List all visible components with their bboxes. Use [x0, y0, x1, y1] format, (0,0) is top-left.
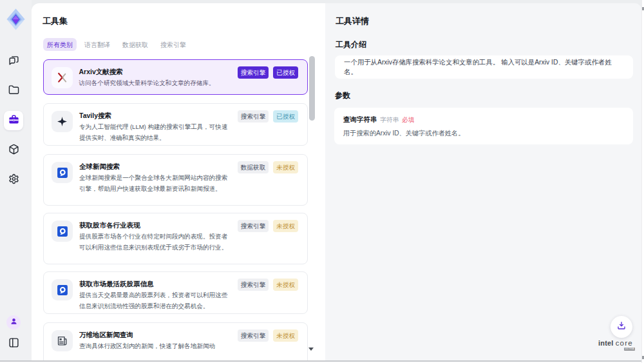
- chat-icon: [8, 55, 19, 68]
- tool-badges: 搜索引擎 已授权: [238, 66, 298, 79]
- sidebar-item-settings[interactable]: [4, 170, 23, 190]
- tab-search-engine[interactable]: 搜索引擎: [160, 41, 186, 48]
- blue-news-logo-icon: [52, 162, 73, 183]
- auth-status-badge: 未授权: [273, 329, 298, 342]
- tool-badges: 搜索引擎 未授权: [238, 329, 298, 342]
- download-icon: [616, 320, 627, 333]
- parameter-type: 字符串: [381, 116, 399, 124]
- window-bottom-edge: [0, 360, 644, 362]
- tool-badges: 搜索引擎 已授权: [238, 110, 298, 123]
- tool-badges: 搜索引擎 未授权: [238, 220, 298, 232]
- blue-news-logo-icon: [52, 221, 73, 242]
- tool-name: Tavily搜索: [79, 111, 234, 120]
- list-scrollbar[interactable]: [309, 56, 315, 360]
- tool-list-panel: 工具集 所有类别 语言翻译 数据获取 搜索引擎 Arxiv文献搜索: [32, 3, 325, 360]
- tool-description: 提供股票市场各个行业在特定时间段内的表现。投资者可以利用这些信息来识别表现优于或…: [79, 231, 234, 253]
- tab-all-categories[interactable]: 所有类别: [43, 38, 77, 51]
- arxiv-logo-icon: [52, 67, 73, 88]
- category-badge: 搜索引擎: [238, 66, 269, 79]
- tool-name: Arxiv文献搜索: [79, 67, 234, 76]
- sidebar-item-chat[interactable]: [4, 52, 23, 71]
- ultra-badge: ULTRA: [624, 348, 635, 351]
- category-badge: 搜索引擎: [238, 220, 269, 232]
- scrollbar-thumb[interactable]: [309, 56, 315, 121]
- folder-icon: [8, 84, 19, 98]
- intel-wordmark: intel: [598, 339, 614, 347]
- category-badge: 搜索引擎: [238, 279, 269, 291]
- sidebar-item-toolbox[interactable]: [4, 111, 23, 130]
- tool-card-arxiv[interactable]: Arxiv文献搜索 访问各个研究领域大量科学论文和文章的存储库。 搜索引擎 已授…: [43, 59, 308, 95]
- detail-title: 工具详情: [336, 16, 369, 26]
- tool-card-tavily[interactable]: Tavily搜索 专为人工智能代理 (LLM) 构建的搜索引擎工具，可快速提供实…: [43, 103, 308, 146]
- page-scrollbar-top-arrow-icon[interactable]: [642, 7, 644, 10]
- download-button[interactable]: [611, 316, 632, 338]
- tool-description: 查询具体行政区划内的新闻，快速了解各地新闻动: [79, 341, 234, 352]
- category-badge: 搜索引擎: [238, 110, 269, 123]
- tool-card-global-news[interactable]: 全球新闻搜索 全球新闻搜索是一个聚合全球各大新闻网站内容的搜索引擎，帮助用户快速…: [43, 154, 308, 206]
- toolbox-icon: [8, 113, 20, 128]
- page-scrollbar[interactable]: [641, 0, 644, 363]
- tab-language-translation[interactable]: 语言翻译: [84, 41, 110, 48]
- core-wordmark: core: [616, 339, 633, 347]
- tab-data-fetch[interactable]: 数据获取: [122, 41, 148, 48]
- category-badge: 搜索引擎: [238, 329, 269, 342]
- tool-description: 提供当天交易量最高的股票列表，投资者可以利用这些信息来识别流动性强的股票和潜在的…: [79, 290, 234, 312]
- auth-status-badge: 已授权: [273, 110, 298, 123]
- user-avatar[interactable]: [6, 315, 21, 329]
- panel-toggle-icon: [8, 339, 19, 350]
- tool-name: 获取市场最活跃股票信息: [79, 279, 234, 288]
- parameter-name: 查询字符串: [343, 115, 377, 123]
- sidebar-item-panel-toggle[interactable]: [8, 337, 19, 348]
- tool-name: 全球新闻搜索: [79, 162, 234, 171]
- intro-heading: 工具介绍: [336, 40, 366, 49]
- blue-news-logo-icon: [52, 279, 73, 300]
- tool-card-stock-sectors[interactable]: 获取股市各行业表现 提供股票市场各个行业在特定时间段内的表现。投资者可以利用这些…: [43, 213, 308, 264]
- tool-badges: 搜索引擎 未授权: [238, 279, 298, 291]
- auth-status-badge: 未授权: [273, 161, 298, 173]
- auth-status-badge: 未授权: [273, 220, 298, 232]
- tool-detail-panel: 工具详情 工具介绍 一个用于从Arxiv存储库搜索科学论文和文章的工具。 输入可…: [325, 3, 641, 360]
- params-heading: 参数: [335, 91, 350, 100]
- tool-card-active-stocks[interactable]: 获取市场最活跃股票信息 提供当天交易量最高的股票列表，投资者可以利用这些信息来识…: [43, 271, 308, 314]
- tool-description: 全球新闻搜索是一个聚合全球各大新闻网站内容的搜索引擎，帮助用户快速获取全球最新资…: [79, 173, 234, 195]
- auth-status-badge: 未授权: [273, 279, 298, 291]
- sidebar: [0, 0, 32, 360]
- user-icon: [10, 317, 18, 328]
- tool-card-regional-news[interactable]: 万维地区新闻查询 查询具体行政区划内的新闻，快速了解各地新闻动 搜索引擎 未授权: [43, 322, 308, 360]
- tool-name: 万维地区新闻查询: [79, 330, 234, 339]
- category-badge: 数据获取: [238, 161, 269, 173]
- tool-description: 访问各个研究领域大量科学论文和文章的存储库。: [79, 78, 234, 89]
- intro-text: 一个用于从Arxiv存储库搜索科学论文和文章的工具。 输入可以是Arxiv ID…: [344, 57, 624, 77]
- parameter-description: 用于搜索的Arxiv ID、关键字或作者姓名。: [343, 129, 624, 137]
- newspaper-logo-icon: [52, 330, 73, 351]
- app-gem-logo-icon: [6, 8, 26, 31]
- gear-icon: [8, 173, 19, 187]
- parameter-box: 查询字符串 字符串 必填 用于搜索的Arxiv ID、关键字或作者姓名。: [334, 108, 633, 144]
- sidebar-item-files[interactable]: [4, 81, 23, 101]
- tool-card-list: Arxiv文献搜索 访问各个研究领域大量科学论文和文章的存储库。 搜索引擎 已授…: [43, 59, 308, 360]
- scrollbar-down-arrow-icon[interactable]: [308, 348, 314, 351]
- auth-status-badge: 已授权: [273, 66, 298, 79]
- page-scrollbar-bottom-arrow-icon[interactable]: [642, 356, 644, 359]
- intel-core-logo: intel core ULTRA: [598, 339, 637, 352]
- parameter-head: 查询字符串 字符串 必填: [343, 115, 624, 124]
- app-window: 工具集 所有类别 语言翻译 数据获取 搜索引擎 Arxiv文献搜索: [0, 0, 644, 360]
- sidebar-item-packages[interactable]: [4, 141, 23, 160]
- tavily-star-logo-icon: [52, 111, 73, 132]
- page-title: 工具集: [43, 16, 68, 26]
- package-icon: [8, 144, 19, 157]
- tool-name: 获取股市各行业表现: [79, 221, 234, 230]
- tool-badges: 数据获取 未授权: [238, 161, 298, 173]
- tool-description: 专为人工智能代理 (LLM) 构建的搜索引擎工具，可快速提供实时、准确和真实的结…: [79, 122, 234, 144]
- category-tabs: 所有类别 语言翻译 数据获取 搜索引擎: [43, 38, 186, 51]
- parameter-required-label: 必填: [402, 116, 414, 124]
- intro-box: 一个用于从Arxiv存储库搜索科学论文和文章的工具。 输入可以是Arxiv ID…: [335, 55, 633, 79]
